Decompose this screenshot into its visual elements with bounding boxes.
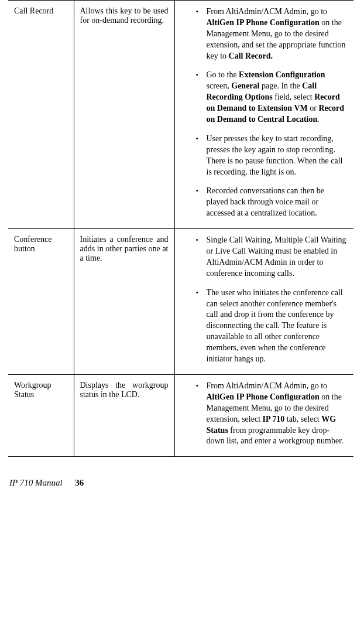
page-footer: IP 710 Manual 36	[8, 478, 353, 488]
feature-desc-cell: Initiates a conference and adds in other…	[74, 229, 174, 375]
text: Recorded conversations can then be playe…	[207, 186, 324, 217]
feature-desc: Allows this key to be used for on-demand…	[80, 6, 169, 25]
text: Single Call Waiting, Multiple Call Waiti…	[207, 235, 346, 278]
table-row: Call RecordAllows this key to be used fo…	[8, 1, 353, 229]
list-item: From AltiAdmin/ACM Admin, go to AltiGen …	[196, 6, 347, 62]
text: User presses the key to start recording,…	[207, 134, 343, 176]
bold-text: Extension Configuration	[239, 70, 325, 79]
feature-desc: Displays the workgroup status in the LCD…	[80, 381, 169, 399]
feature-name: Conference button	[14, 235, 52, 253]
feature-instructions-cell: From AltiAdmin/ACM Admin, go to AltiGen …	[174, 1, 353, 229]
list-item: User presses the key to start recording,…	[196, 134, 347, 178]
text: or	[308, 104, 319, 112]
text: The user who initiates the conference ca…	[207, 288, 343, 363]
text: screen,	[207, 81, 232, 90]
list-item: Single Call Waiting, Multiple Call Waiti…	[196, 235, 347, 279]
page-number: 36	[75, 478, 84, 487]
feature-name: Workgroup Status	[14, 381, 51, 399]
table-row: Workgroup StatusDisplays the workgroup s…	[8, 374, 353, 456]
feature-desc: Initiates a conference and adds in other…	[80, 235, 169, 262]
feature-table: Call RecordAllows this key to be used fo…	[8, 0, 353, 457]
table-row: Conference buttonInitiates a conference …	[8, 229, 353, 375]
feature-name-cell: Call Record	[8, 1, 74, 229]
bold-text: General	[231, 81, 259, 90]
list-item: Go to the Extension Configuration screen…	[196, 70, 347, 125]
bold-text: AltiGen IP Phone Configuration	[207, 392, 320, 401]
instruction-list: From AltiAdmin/ACM Admin, go to AltiGen …	[181, 381, 348, 447]
feature-name: Call Record	[14, 6, 53, 15]
bold-text: Call Record.	[229, 52, 273, 60]
text: field, select	[273, 93, 315, 101]
bold-text: AltiGen IP Phone Configuration	[207, 18, 320, 27]
text: .	[317, 115, 320, 124]
list-item: The user who initiates the conference ca…	[196, 288, 347, 365]
text: From AltiAdmin/ACM Admin, go to	[207, 381, 328, 390]
text: page. In the	[259, 81, 302, 90]
feature-desc-cell: Displays the workgroup status in the LCD…	[74, 374, 174, 456]
feature-instructions-cell: From AltiAdmin/ACM Admin, go to AltiGen …	[174, 374, 353, 456]
feature-name-cell: Conference button	[8, 229, 74, 375]
feature-desc-cell: Allows this key to be used for on-demand…	[74, 1, 174, 229]
text: tab, select	[284, 415, 321, 423]
document-page: Call RecordAllows this key to be used fo…	[0, 0, 364, 502]
bold-text: IP 710	[263, 415, 285, 423]
feature-table-body: Call RecordAllows this key to be used fo…	[8, 1, 353, 457]
text: Go to the	[207, 70, 239, 79]
feature-instructions-cell: Single Call Waiting, Multiple Call Waiti…	[174, 229, 353, 375]
list-item: Recorded conversations can then be playe…	[196, 186, 347, 219]
feature-name-cell: Workgroup Status	[8, 374, 74, 456]
instruction-list: From AltiAdmin/ACM Admin, go to AltiGen …	[181, 6, 348, 219]
text: From AltiAdmin/ACM Admin, go to	[207, 7, 328, 16]
instruction-list: Single Call Waiting, Multiple Call Waiti…	[181, 235, 348, 365]
manual-title: IP 710 Manual	[9, 478, 63, 487]
list-item: From AltiAdmin/ACM Admin, go to AltiGen …	[196, 381, 347, 447]
